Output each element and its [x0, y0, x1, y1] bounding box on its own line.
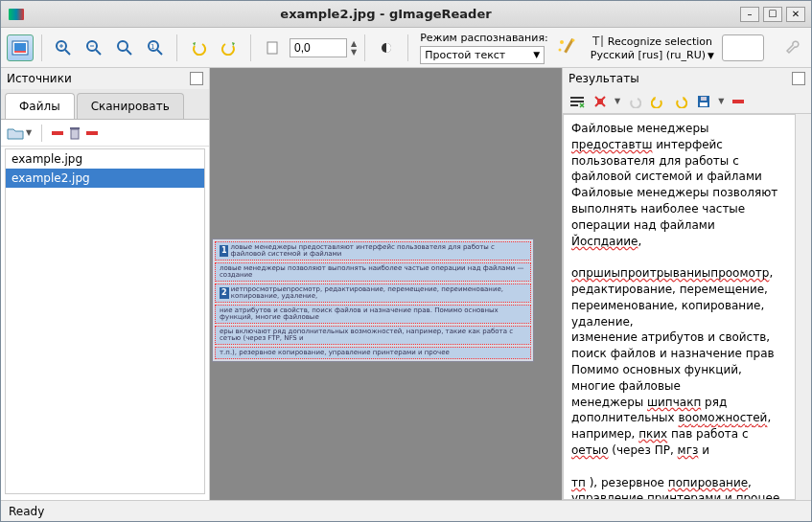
sources-panel-toggle[interactable] [7, 34, 34, 61]
ocr-region[interactable]: 1ловые менеджеры предоставляют интерфейс… [215, 241, 531, 261]
zoom-in-icon [56, 40, 71, 56]
zoom-out-button[interactable] [81, 34, 107, 61]
pin-button[interactable] [792, 72, 805, 85]
zoom-fit-button[interactable] [111, 34, 138, 61]
results-panel: Результаты ▼ ▼ Файловые менеджеры предос… [562, 68, 811, 500]
statusbar: Ready [1, 500, 811, 521]
rotation-spin[interactable] [290, 38, 347, 57]
folder-icon [7, 126, 24, 140]
save-icon [697, 95, 710, 108]
svg-rect-29 [570, 104, 578, 106]
maximize-button[interactable]: ☐ [763, 7, 782, 22]
ocr-region[interactable]: еры включают ряд дополнительных возможно… [215, 326, 531, 345]
results-title: Результаты [568, 72, 639, 85]
zoom-out-icon [86, 40, 102, 56]
svg-text:1: 1 [151, 43, 154, 51]
svg-point-20 [558, 48, 561, 51]
recognition-mode-select[interactable]: Простой текст ▼ [420, 46, 545, 64]
svg-line-13 [157, 50, 162, 55]
sources-tabs: Файлы Сканировать [1, 89, 209, 120]
zoom-fit-icon [117, 40, 132, 56]
recognize-button[interactable] [552, 33, 583, 63]
rotate-left-button[interactable] [185, 34, 212, 61]
wrench-icon [783, 39, 800, 57]
document-preview: 1ловые менеджеры предоставляют интерфейс… [212, 238, 534, 362]
sources-title: Источники [7, 72, 72, 85]
app-icon [9, 9, 24, 20]
page-button[interactable] [259, 34, 286, 61]
results-scrollbar[interactable] [796, 114, 811, 500]
redo-icon [674, 95, 687, 108]
minimize-button[interactable]: – [740, 7, 759, 22]
save-button[interactable] [695, 93, 712, 110]
strip-linebreaks-button[interactable] [568, 93, 586, 110]
svg-rect-24 [71, 129, 79, 139]
main-toolbar: 1 ▲▼ Режим распознавания: Простой текст … [1, 28, 811, 68]
ocr-region[interactable]: 2иетпросмотрыепросмотр, редактирование, … [215, 284, 531, 303]
text-cursor-icon: T [591, 34, 606, 49]
clear-files-button[interactable] [86, 131, 98, 135]
recognition-mode-block: Режим распознавания: Простой текст ▼ [420, 32, 548, 64]
svg-rect-2 [14, 51, 26, 53]
image-icon [12, 40, 29, 56]
file-list[interactable]: example.jpgexample2.jpg [5, 148, 205, 494]
find-replace-button[interactable] [592, 93, 609, 110]
image-viewport[interactable]: 1ловые менеджеры предоставляют интерфейс… [210, 68, 562, 500]
results-text[interactable]: Файловые менеджеры предоставтш интерфейс… [563, 114, 796, 500]
delete-file-button[interactable] [69, 126, 81, 140]
zoom-in-button[interactable] [50, 34, 77, 61]
svg-rect-23 [52, 131, 63, 135]
redo-icon [651, 95, 664, 108]
ocr-region[interactable]: т.п.), резервное копирование, управление… [215, 347, 531, 359]
tab-scan[interactable]: Сканировать [77, 93, 184, 119]
sources-header: Источники [1, 68, 209, 89]
svg-rect-26 [86, 131, 98, 135]
file-item[interactable]: example2.jpg [6, 169, 204, 188]
window-buttons: – ☐ ✕ [740, 7, 811, 22]
remove-file-button[interactable] [52, 131, 63, 135]
recognition-mode-value: Простой текст [425, 49, 505, 61]
undo-icon [628, 95, 641, 108]
chevron-down-icon[interactable]: ▼ [615, 97, 620, 105]
svg-point-19 [571, 38, 574, 41]
wand-icon [556, 36, 579, 59]
brightness-button[interactable] [373, 34, 400, 61]
trash-icon [69, 126, 81, 140]
redo-button-1[interactable] [649, 93, 666, 110]
rotate-left-icon [191, 40, 206, 56]
pin-button[interactable] [190, 72, 203, 85]
clear-results-button[interactable] [730, 93, 747, 110]
chevron-down-icon[interactable]: ▼ [718, 97, 724, 105]
redo-button-2[interactable] [672, 93, 689, 110]
recognition-lang-block[interactable]: T Recognize selection Русский [rus] (ru_… [591, 34, 714, 61]
chevron-down-icon: ▼ [533, 50, 540, 59]
svg-rect-27 [570, 97, 584, 99]
svg-rect-25 [70, 127, 80, 129]
spin-caret-icon[interactable]: ▲▼ [351, 39, 357, 57]
find-icon [593, 95, 607, 108]
brightness-icon [379, 40, 394, 56]
minus-icon [52, 131, 63, 135]
svg-rect-30 [597, 99, 603, 104]
svg-text:T: T [592, 34, 600, 48]
svg-rect-34 [732, 100, 744, 103]
rotate-right-button[interactable] [216, 34, 243, 61]
svg-point-18 [560, 40, 564, 44]
blank-button[interactable] [722, 34, 764, 61]
open-file-button[interactable]: ▼ [7, 126, 32, 140]
recognize-selection-label: Recognize selection [608, 35, 712, 48]
body: Источники Файлы Сканировать ▼ [1, 68, 811, 500]
file-toolbar: ▼ [1, 120, 209, 147]
recognize-lang-label: Русский [rus] (ru_RU) [591, 49, 706, 61]
ocr-region[interactable]: ние атрибутов и свойств, поиск файлов и … [215, 305, 531, 324]
settings-button[interactable] [778, 34, 805, 61]
close-button[interactable]: ✕ [786, 7, 805, 22]
svg-rect-33 [701, 97, 707, 101]
ocr-region[interactable]: ловые менеджеры позволяют выполнять наиб… [215, 262, 531, 282]
sources-panel: Источники Файлы Сканировать ▼ [1, 68, 210, 500]
zoom-original-button[interactable]: 1 [142, 34, 169, 61]
minus-icon [732, 100, 744, 103]
tab-files[interactable]: Файлы [5, 93, 75, 119]
file-item[interactable]: example.jpg [6, 149, 204, 169]
svg-rect-28 [570, 101, 584, 102]
